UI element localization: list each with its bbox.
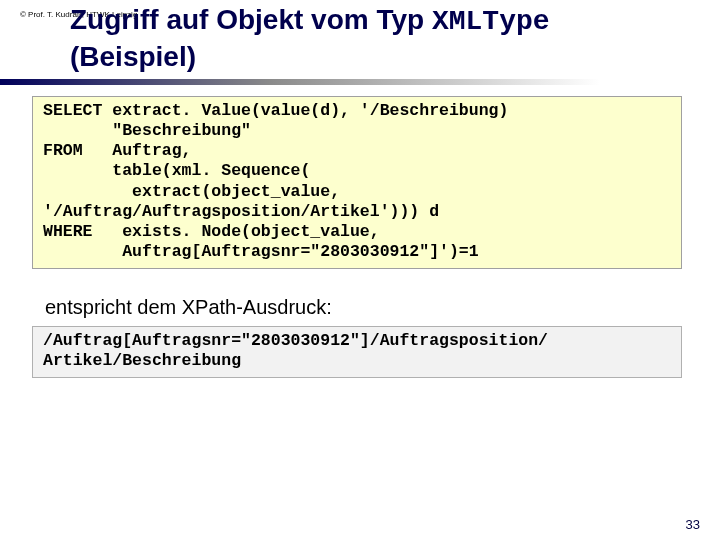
page-number: 33	[686, 517, 700, 532]
title-underline	[0, 79, 600, 85]
xpath-caption: entspricht dem XPath-Ausdruck:	[45, 296, 332, 319]
title-text-mono: XMLType	[432, 6, 550, 37]
title-text-pre: Zugriff auf Objekt vom Typ	[70, 4, 432, 35]
xpath-code-block: /Auftrag[Auftragsnr="2803030912"]/Auftra…	[32, 326, 682, 378]
title-text-post: (Beispiel)	[70, 41, 196, 72]
slide-title: Zugriff auf Objekt vom Typ XMLType (Beis…	[70, 2, 700, 74]
sql-code-block: SELECT extract. Value(value(d), '/Beschr…	[32, 96, 682, 269]
